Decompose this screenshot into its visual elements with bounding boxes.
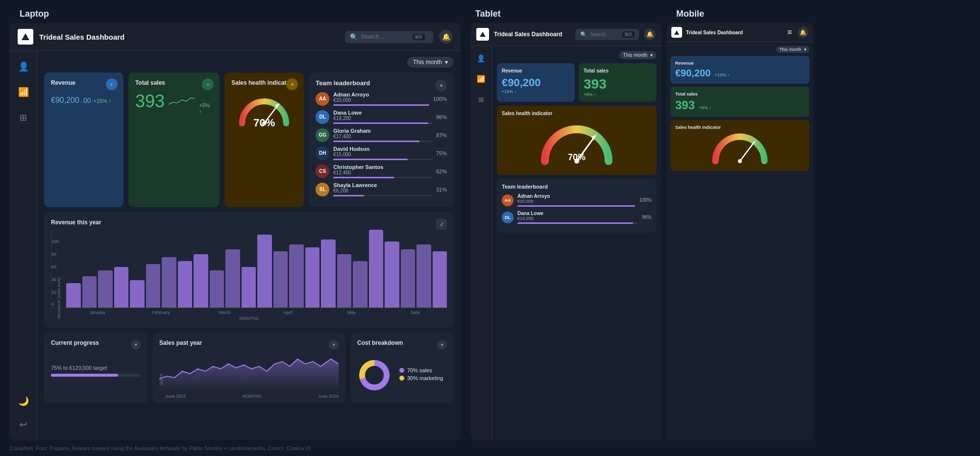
bar-item <box>416 244 431 308</box>
bar-item <box>178 261 193 308</box>
past-year-x-label: MONTHS <box>243 394 262 399</box>
logo-icon <box>18 29 33 45</box>
x-label-item: June <box>383 310 447 315</box>
bar-item <box>321 240 336 308</box>
sidebar: 👤 📶 ⊞ 🌙 ↩ <box>10 51 37 440</box>
search-icon: 🔍 <box>350 33 358 41</box>
mobile-month-filter[interactable]: This month ▾ <box>776 46 809 53</box>
tablet-bell[interactable]: 🔔 <box>644 28 656 40</box>
tablet-leader-info: Dana Lowe €19,200 <box>517 211 638 224</box>
tablet-sales-value: 393 <box>584 76 607 92</box>
x-label-item: April <box>256 310 320 315</box>
bar-item <box>225 249 240 308</box>
revenue-chart-title: Revenue this year <box>51 219 101 226</box>
avatar: SL <box>316 183 329 196</box>
tablet-search-input[interactable] <box>590 32 619 37</box>
health-card: Sales health indicator ▾ <box>224 72 304 207</box>
tablet-chevron-icon: ▾ <box>650 52 653 58</box>
leader-pct: 75% <box>436 150 447 156</box>
tablet-gauge: 70% <box>538 122 616 166</box>
mobile-menu-button[interactable]: ≡ <box>787 28 792 37</box>
mobile-bell[interactable]: 🔔 <box>798 27 808 38</box>
leader-amount: €20,000 <box>333 97 429 103</box>
tablet-avatar: AA <box>502 194 514 206</box>
bar-item <box>162 257 176 308</box>
avatar: AA <box>316 92 329 106</box>
footer: Colophon: Font: Poppins. Avatars created… <box>0 440 980 456</box>
bar-item <box>66 283 81 308</box>
sidebar-icon-grid[interactable]: ⊞ <box>16 110 31 125</box>
sales-change: +5% ↑ <box>199 102 213 114</box>
leaderboard-badge[interactable]: ▾ <box>435 80 447 92</box>
x-label-item: March <box>193 310 256 315</box>
search-input[interactable] <box>361 33 410 40</box>
progress-badge[interactable]: ▾ <box>131 340 141 350</box>
past-year-badge[interactable]: ▾ <box>329 340 339 350</box>
tablet-sidebar-grid[interactable]: ⊞ <box>475 93 488 106</box>
tablet-leader-pct: 96% <box>642 215 652 220</box>
cost-marketing-pct: 30% marketing <box>407 375 443 381</box>
mobile-month-label: This month <box>779 47 801 52</box>
donut-chart <box>357 358 392 392</box>
bar-item <box>146 264 161 308</box>
tablet-leader-name: Dana Lowe <box>517 211 638 216</box>
leaderboard-item: CS Christopher Santos €12,400 62% <box>316 164 447 178</box>
cost-badge[interactable]: ▾ <box>437 340 447 350</box>
bar-item <box>210 270 224 308</box>
tablet-sidebar-user[interactable]: 👤 <box>475 52 488 65</box>
mobile-sales-change: +5% ↑ <box>699 105 711 110</box>
revenue-badge[interactable]: ▾ <box>106 78 118 90</box>
tablet-label: Tablet <box>475 9 666 19</box>
tablet-frame: Trideal Sales Dashboard 🔍 ⌘K 🔔 👤 📶 ⊞ <box>470 23 662 440</box>
y-label-60: 60 <box>51 264 56 269</box>
progress-fill <box>51 374 118 377</box>
leader-info: Shayla Lawrence €6,200 <box>333 182 432 196</box>
past-year-end: June 2024 <box>318 394 339 399</box>
y-label-20: 20 <box>51 290 56 295</box>
sidebar-icon-logout[interactable]: ↩ <box>16 417 31 432</box>
bar-item <box>114 267 129 308</box>
sidebar-icon-moon[interactable]: 🌙 <box>16 393 31 409</box>
tablet-sidebar-signal[interactable]: 📶 <box>475 72 488 85</box>
cost-breakdown-card: Cost breakdown ▾ <box>350 333 454 403</box>
bar-item <box>353 261 368 308</box>
svg-text:70%: 70% <box>568 152 586 162</box>
avatar: DH <box>316 146 329 160</box>
tablet-month-filter[interactable]: This month ▾ <box>619 51 657 59</box>
bell-button[interactable]: 🔔 <box>439 30 453 44</box>
leaderboard-card: Team leaderboard ▾ AA Adnan Arroyo €20,0… <box>309 72 454 207</box>
tablet-sales-card: Total sales 393 +5% ↑ <box>579 63 657 102</box>
leader-name: Gloria Graham <box>333 128 432 134</box>
sidebar-icon-signal[interactable]: 📶 <box>16 84 31 100</box>
leader-info: David Hudson €15,000 <box>333 146 432 160</box>
kbd-shortcut: ⌘K <box>413 34 425 40</box>
tablet-health-label: Sales health indicator <box>502 111 652 116</box>
health-badge[interactable]: ▾ <box>286 78 298 90</box>
tablet-leaderboard-title: Team leaderboard <box>502 184 652 190</box>
tablet-sales-label: Total sales <box>584 68 652 73</box>
expand-button[interactable]: ⤢ <box>436 219 447 230</box>
month-filter[interactable]: This month ▾ <box>407 57 454 68</box>
leaderboard-list: AA Adnan Arroyo €20,000 100% DL Dana Low… <box>316 92 447 196</box>
tablet-avatar: DL <box>502 212 514 223</box>
sales-past-year-card: Sales past year ▾ UNITS <box>152 333 345 403</box>
bar-item <box>385 241 399 308</box>
search-bar[interactable]: 🔍 ⌘K <box>345 31 433 43</box>
tablet-revenue-card: Revenue €90,200 +15% ↑ <box>497 63 575 102</box>
revenue-cents: .00 <box>81 96 91 104</box>
svg-point-11 <box>738 159 742 163</box>
x-label-item: January <box>66 310 129 315</box>
leader-name: Christopher Santos <box>333 164 432 170</box>
bar-item <box>130 280 145 308</box>
mobile-chevron-icon: ▾ <box>804 47 807 52</box>
sidebar-icon-user[interactable]: 👤 <box>16 59 31 74</box>
leader-pct: 62% <box>436 168 447 174</box>
mobile-header: Trideal Sales Dashboard ≡ 🔔 <box>666 23 813 42</box>
tablet-search[interactable]: 🔍 ⌘K <box>575 29 639 40</box>
app-title: Trideal Sales Dashboard <box>39 33 339 41</box>
bar-item <box>433 251 447 308</box>
total-sales-badge[interactable]: ▾ <box>202 78 214 90</box>
leaderboard-item: AA Adnan Arroyo €20,000 100% <box>316 92 447 106</box>
tablet-leaderboard-card: Team leaderboard AA Adnan Arroyo €20,000… <box>497 179 657 233</box>
leader-amount: €12,400 <box>333 170 432 175</box>
